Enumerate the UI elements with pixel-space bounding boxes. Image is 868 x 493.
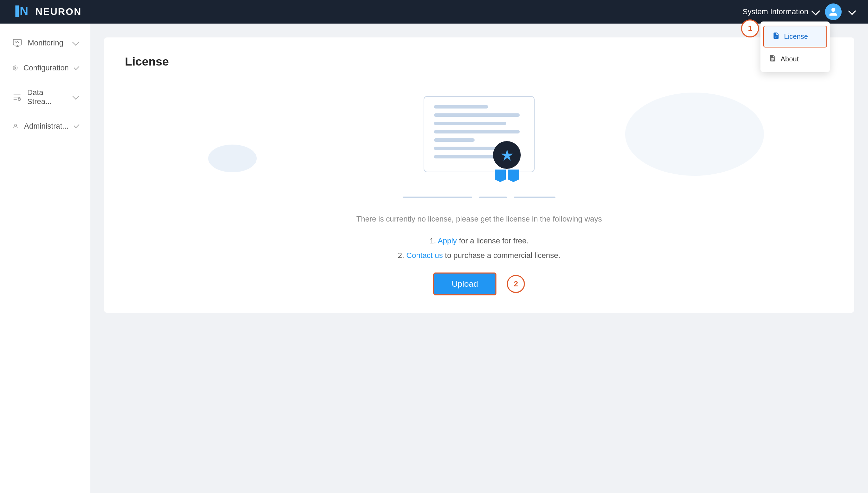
- system-info-label: System Information: [742, 7, 808, 16]
- user-icon: [828, 7, 838, 17]
- page-title: License: [125, 55, 833, 68]
- app-header: ‖N NEURON System Information: [0, 0, 868, 24]
- system-info-dropdown: License About: [760, 21, 830, 72]
- user-avatar[interactable]: [825, 3, 842, 20]
- logo: ‖N NEURON: [14, 4, 82, 20]
- svg-point-2: [15, 67, 16, 69]
- configuration-chevron-icon: [74, 64, 79, 70]
- cloud-bg-2: [208, 145, 257, 172]
- step2-prefix: 2.: [398, 251, 404, 260]
- cert-line-4: [434, 130, 520, 133]
- upload-container: Upload 2: [125, 273, 833, 295]
- chevron-down-icon: [811, 7, 820, 15]
- progress-line-1: [403, 197, 472, 198]
- progress-line-3: [514, 197, 555, 198]
- sidebar-label-monitoring: Monitoring: [28, 38, 63, 47]
- license-illustration: ★: [125, 86, 833, 183]
- sidebar: Monitoring Configuration Data Strea... A…: [0, 24, 90, 493]
- sidebar-item-monitoring[interactable]: Monitoring: [0, 31, 90, 55]
- datastream-icon: [12, 92, 22, 102]
- app-name: NEURON: [35, 6, 82, 17]
- no-license-text: There is currently no license, please ge…: [125, 212, 833, 226]
- progress-lines: [125, 197, 833, 198]
- logo-icon: ‖N: [14, 4, 31, 20]
- certificate-badge: ★: [493, 141, 521, 182]
- contact-us-link[interactable]: Contact us: [406, 251, 443, 260]
- sidebar-label-datastream: Data Strea...: [27, 88, 67, 106]
- main-content: License ★: [90, 24, 868, 493]
- step2-suffix: to purchase a commercial license.: [445, 251, 561, 260]
- license-step-1: 1. Apply for a license for free.: [125, 236, 833, 245]
- cert-line-2: [434, 113, 520, 117]
- step1-suffix: for a license for free.: [459, 236, 529, 245]
- about-menu-icon: [769, 54, 776, 64]
- user-chevron-icon[interactable]: [848, 7, 856, 15]
- dropdown-about-label: About: [781, 55, 799, 63]
- annotation-1: 1: [741, 19, 759, 37]
- sidebar-item-datastream[interactable]: Data Strea...: [0, 80, 90, 114]
- dropdown-license-label: License: [784, 33, 808, 41]
- administration-chevron-icon: [74, 123, 79, 129]
- progress-line-2: [479, 197, 507, 198]
- annotation-2: 2: [507, 275, 525, 293]
- badge-circle: ★: [493, 141, 521, 169]
- upload-button[interactable]: Upload: [433, 273, 496, 295]
- dropdown-about-item[interactable]: About: [760, 49, 830, 69]
- admin-icon: [12, 121, 18, 131]
- ribbon-left: [495, 170, 506, 182]
- datastream-chevron-icon: [73, 93, 79, 100]
- step1-prefix: 1.: [430, 236, 436, 245]
- header-controls: System Information: [742, 3, 854, 20]
- license-step-2: 2. Contact us to purchase a commercial l…: [125, 251, 833, 260]
- cert-line-5: [434, 138, 475, 142]
- cert-line-3: [434, 122, 506, 125]
- license-menu-icon: [772, 32, 780, 41]
- cloud-bg-1: [625, 93, 764, 176]
- monitoring-chevron-icon: [72, 39, 79, 46]
- badge-ribbon: [493, 170, 521, 182]
- ribbon-right: [508, 170, 519, 182]
- sidebar-item-administration[interactable]: Administrat...: [0, 114, 90, 139]
- svg-rect-1: [13, 40, 21, 45]
- svg-text:‖N: ‖N: [14, 4, 28, 17]
- sidebar-item-configuration[interactable]: Configuration: [0, 55, 90, 80]
- apply-link[interactable]: Apply: [438, 236, 457, 245]
- license-card: License ★: [104, 37, 854, 313]
- monitoring-icon: [12, 38, 22, 48]
- svg-point-4: [15, 124, 17, 126]
- cert-line-1: [434, 105, 488, 109]
- sidebar-label-administration: Administrat...: [24, 122, 68, 131]
- sidebar-label-configuration: Configuration: [23, 63, 69, 72]
- star-icon: ★: [500, 146, 514, 164]
- svg-point-3: [18, 98, 20, 101]
- dropdown-license-item[interactable]: License: [763, 26, 827, 47]
- system-info-button[interactable]: System Information: [742, 7, 818, 16]
- config-icon: [12, 63, 18, 73]
